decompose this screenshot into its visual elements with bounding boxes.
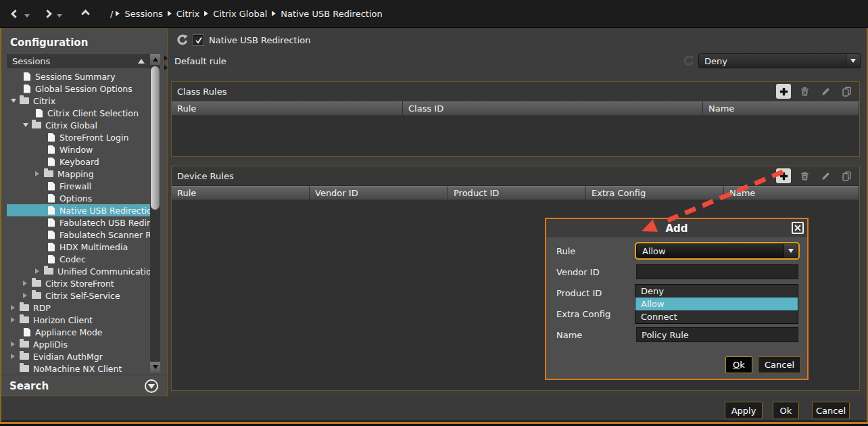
reset-to-default-icon[interactable] bbox=[621, 308, 632, 319]
sidebar-item-appliance-mode[interactable]: Appliance Mode bbox=[7, 326, 150, 338]
column-header[interactable]: Class ID bbox=[403, 101, 703, 115]
collapsed-arrow-icon[interactable] bbox=[11, 317, 20, 323]
edit-rule-button[interactable] bbox=[818, 84, 833, 99]
sidebar-item-window[interactable]: Window bbox=[7, 143, 150, 156]
expanded-arrow-icon[interactable] bbox=[11, 99, 20, 103]
forward-history-caret-icon[interactable] bbox=[57, 14, 62, 18]
add-rule-button[interactable] bbox=[776, 84, 791, 99]
column-header[interactable]: Rule bbox=[172, 186, 310, 199]
column-header[interactable]: Product ID bbox=[448, 186, 586, 199]
reset-to-default-icon[interactable] bbox=[621, 329, 632, 340]
sidebar-item-mapping[interactable]: Mapping bbox=[7, 168, 150, 180]
sidebar-item-sessions-summary[interactable]: Sessions Summary bbox=[7, 70, 150, 82]
reset-to-default-icon[interactable] bbox=[176, 34, 188, 46]
sidebar-item-horizon-client[interactable]: Horizon Client bbox=[7, 314, 150, 326]
sidebar-item-hdx-multimedia[interactable]: HDX Multimedia bbox=[7, 241, 150, 253]
collapsed-arrow-icon[interactable] bbox=[11, 305, 20, 310]
collapsed-arrow-icon[interactable] bbox=[35, 171, 44, 176]
copy-rule-button[interactable] bbox=[839, 84, 854, 99]
dialog-ok-button[interactable]: Ok bbox=[725, 356, 752, 373]
sidebar-item-unified-communications[interactable]: Unified Communications bbox=[7, 265, 150, 277]
sidebar-item-global-session-options[interactable]: Global Session Options bbox=[7, 82, 150, 95]
collapsed-arrow-icon[interactable] bbox=[11, 354, 20, 359]
breadcrumb-item[interactable]: Citrix bbox=[176, 9, 199, 19]
dialog-cancel-button[interactable]: Cancel bbox=[758, 356, 801, 373]
reset-to-default-icon[interactable] bbox=[683, 55, 694, 67]
column-header[interactable]: Vendor ID bbox=[310, 186, 448, 199]
scroll-down-button[interactable] bbox=[150, 362, 160, 373]
sidebar-item-fabulatech-scanner-redirection[interactable]: Fabulatech Scanner Redirection bbox=[7, 229, 150, 241]
reset-to-default-icon[interactable] bbox=[621, 266, 632, 277]
add-rule-button[interactable] bbox=[776, 168, 791, 183]
search-expand-button[interactable] bbox=[145, 379, 158, 393]
sidebar-item-codec[interactable]: Codec bbox=[7, 253, 150, 265]
reset-to-default-icon[interactable] bbox=[621, 245, 632, 256]
folder-icon bbox=[32, 292, 41, 299]
back-history-caret-icon[interactable] bbox=[24, 14, 30, 18]
up-icon bbox=[81, 9, 90, 18]
sidebar-item-label: HDX Multimedia bbox=[59, 242, 128, 252]
column-header[interactable]: Extra Config bbox=[586, 186, 724, 199]
dropdown-option[interactable]: Connect bbox=[635, 310, 798, 323]
sidebar-item-citrix-global[interactable]: Citrix Global bbox=[7, 119, 150, 131]
rule-dropdown[interactable]: Allow bbox=[636, 243, 798, 258]
collapsed-arrow-icon[interactable] bbox=[23, 293, 32, 298]
forward-button[interactable] bbox=[42, 8, 53, 20]
collapsed-arrow-icon[interactable] bbox=[11, 341, 20, 347]
native-usb-redirection-checkbox[interactable] bbox=[193, 35, 203, 45]
column-header[interactable]: Name bbox=[703, 101, 859, 115]
sidebar-item-keyboard[interactable]: Keyboard bbox=[7, 156, 150, 168]
collapsed-arrow-icon[interactable] bbox=[23, 281, 32, 286]
search-header[interactable]: Search bbox=[1, 375, 166, 396]
sidebar-item-applidis[interactable]: AppliDis bbox=[7, 338, 150, 350]
product-id-field-label: Product ID bbox=[556, 288, 602, 298]
default-rule-dropdown[interactable]: Deny bbox=[698, 53, 861, 68]
copy-rule-button[interactable] bbox=[839, 168, 854, 183]
up-button[interactable] bbox=[80, 8, 91, 20]
breadcrumb-item[interactable]: Citrix Global bbox=[213, 9, 267, 19]
sidebar-item-citrix-storefront[interactable]: Citrix StoreFront bbox=[7, 277, 150, 289]
back-button[interactable] bbox=[9, 8, 21, 20]
edit-rule-button[interactable] bbox=[818, 168, 833, 183]
sidebar-item-citrix-client-selection[interactable]: Citrix Client Selection bbox=[7, 107, 150, 119]
breadcrumb-root[interactable]: / bbox=[110, 9, 113, 19]
expanded-arrow-icon[interactable] bbox=[23, 123, 32, 127]
apply-button[interactable]: Apply bbox=[725, 402, 763, 419]
sidebar-item-rdp[interactable]: RDP bbox=[7, 302, 150, 314]
sidebar-item-nomachine-nx-client[interactable]: NoMachine NX Client bbox=[7, 362, 150, 373]
breadcrumb-item[interactable]: Native USB Redirection bbox=[281, 9, 382, 19]
dropdown-option[interactable]: Deny bbox=[635, 285, 798, 298]
dropdown-option[interactable]: Allow bbox=[635, 298, 798, 310]
class-rules-table-body[interactable] bbox=[172, 116, 859, 156]
apply-label: Apply bbox=[731, 406, 756, 416]
cancel-button[interactable]: Cancel bbox=[812, 402, 850, 419]
sidebar-item-options[interactable]: Options bbox=[7, 192, 150, 204]
sidebar-item-evidian-authmgr[interactable]: Evidian AuthMgr bbox=[7, 350, 150, 362]
class-rules-section: Class Rules RuleClass IDName bbox=[171, 81, 860, 157]
sidebar-item-firewall[interactable]: Firewall bbox=[7, 180, 150, 192]
vendor-id-input[interactable] bbox=[636, 264, 798, 279]
breadcrumb-item[interactable]: Sessions bbox=[124, 9, 162, 19]
scrollbar-thumb[interactable] bbox=[151, 66, 160, 210]
tree-scrollbar[interactable] bbox=[150, 54, 160, 373]
name-input[interactable] bbox=[636, 327, 798, 342]
close-button[interactable] bbox=[792, 222, 804, 234]
sidebar-item-native-usb-redirection[interactable]: Native USB Redirection bbox=[7, 204, 150, 216]
column-header[interactable]: Name bbox=[724, 186, 859, 199]
sidebar-item-citrix[interactable]: Citrix bbox=[7, 95, 150, 107]
sidebar-item-label: Window bbox=[59, 145, 93, 155]
panel-splitter[interactable] bbox=[163, 54, 170, 74]
rule-dropdown-list: DenyAllowConnect bbox=[635, 284, 798, 324]
delete-rule-button[interactable] bbox=[797, 168, 812, 183]
class-rules-column-headers: RuleClass IDName bbox=[172, 101, 859, 115]
sessions-group-header[interactable]: Sessions bbox=[7, 54, 150, 68]
ok-button[interactable]: Ok bbox=[773, 402, 799, 419]
sidebar-item-fabulatech-usb-redirection[interactable]: Fabulatech USB Redirection bbox=[7, 216, 150, 229]
delete-rule-button[interactable] bbox=[797, 84, 812, 99]
sidebar-item-citrix-self-service[interactable]: Citrix Self-Service bbox=[7, 289, 150, 302]
reset-to-default-icon[interactable] bbox=[621, 287, 632, 298]
scroll-up-button[interactable] bbox=[150, 54, 160, 65]
collapsed-arrow-icon[interactable] bbox=[35, 268, 44, 274]
sidebar-item-storefront-login[interactable]: StoreFront Login bbox=[7, 131, 150, 143]
column-header[interactable]: Rule bbox=[172, 101, 403, 115]
